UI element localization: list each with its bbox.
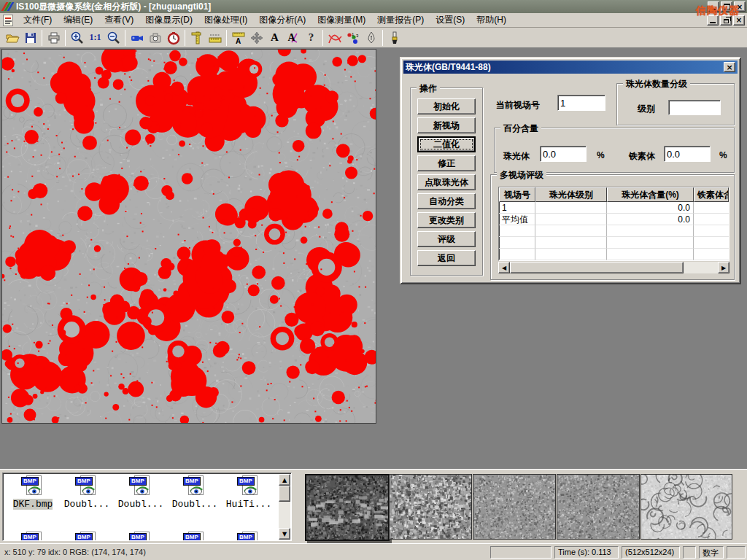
file-name[interactable]: Doubl... xyxy=(114,499,168,510)
table-row[interactable] xyxy=(499,237,729,249)
status-bar: x: 510 y: 79 idx: 0 RGB: (174, 174, 174)… xyxy=(0,543,747,560)
file-name[interactable]: Doubl... xyxy=(168,499,222,510)
vendor-watermark: 信陶仪器 xyxy=(696,4,740,18)
grading-table[interactable]: 视场号 珠光体级别 珠光体含量(%) 铁素体含量(%) 1 0.0 平均值 0.… xyxy=(498,187,729,261)
menu-image-display[interactable]: 图像显示(D) xyxy=(139,12,198,28)
status-panel-empty xyxy=(683,546,696,559)
menu-settings[interactable]: 设置(S) xyxy=(430,12,471,28)
document-icon[interactable] xyxy=(3,15,13,26)
scroll-left-icon[interactable]: ◀ xyxy=(498,262,510,273)
col-field-no[interactable]: 视场号 xyxy=(499,187,535,202)
initialize-button[interactable]: 初始化 xyxy=(417,98,476,114)
menu-file[interactable]: 文件(F) xyxy=(18,12,58,28)
file-item[interactable]: BMP DKF.bmp xyxy=(6,475,60,510)
dialog-close-icon[interactable]: × xyxy=(724,62,735,72)
file-item[interactable]: BMP xyxy=(168,532,222,541)
text-tool-icon[interactable]: A xyxy=(266,29,284,47)
return-button[interactable]: 返回 xyxy=(417,250,476,266)
ferrite-input[interactable] xyxy=(664,146,711,162)
metallographic-image[interactable] xyxy=(1,49,376,424)
stopwatch-icon[interactable] xyxy=(164,29,182,47)
file-item[interactable]: BMP xyxy=(6,532,60,541)
pen-nib-icon[interactable] xyxy=(362,29,380,47)
numbered-markers-icon[interactable]: 13 xyxy=(344,29,362,47)
brush-icon[interactable] xyxy=(385,29,403,47)
file-name-selected[interactable]: DKF.bmp xyxy=(13,499,53,510)
grade-group-label: 珠光体数量分级 xyxy=(623,78,690,90)
pearlite-dialog: 珠光体(GB/T9441-88) × 操作 初始化 新视场 二值化 修正 点取珠… xyxy=(400,57,741,284)
zoom-in-icon[interactable] xyxy=(68,29,86,47)
scroll-right-icon[interactable]: ▶ xyxy=(718,262,729,273)
pick-pearlite-button[interactable]: 点取珠光体 xyxy=(417,174,476,190)
binarize-button[interactable]: 二值化 xyxy=(417,136,476,152)
dialog-title-bar[interactable]: 珠光体(GB/T9441-88) × xyxy=(403,61,738,74)
menu-image-processing[interactable]: 图像处理(I) xyxy=(198,12,253,28)
menu-image-measure[interactable]: 图像测量(M) xyxy=(311,12,371,28)
file-item[interactable]: BMP xyxy=(60,532,114,541)
ferrite-label: 铁素体 xyxy=(629,150,655,163)
open-folder-icon[interactable] xyxy=(3,29,21,47)
col-ferrite-content[interactable]: 铁素体含量(%) xyxy=(694,187,729,202)
video-camera-icon[interactable] xyxy=(128,29,146,47)
table-row[interactable]: 1 0.0 xyxy=(499,202,729,214)
table-row[interactable]: 平均值 0.0 xyxy=(499,214,729,225)
help-icon[interactable]: ? xyxy=(302,29,320,47)
zoom-out-icon[interactable] xyxy=(104,29,123,47)
menu-edit[interactable]: 编辑(E) xyxy=(58,12,98,28)
bmp-file-icon: BMP xyxy=(74,475,99,497)
file-listbox[interactable]: BMP DKF.bmp BMP Doubl... BMP Doubl... BM… xyxy=(2,472,292,541)
file-name[interactable]: HuiTi... xyxy=(222,499,276,510)
caliper-text-icon[interactable]: A xyxy=(229,29,247,47)
file-item[interactable]: BMP Doubl... xyxy=(168,475,222,510)
change-class-button[interactable]: 更改类别 xyxy=(417,212,476,228)
print-icon[interactable] xyxy=(44,29,63,47)
move-cross-icon[interactable] xyxy=(247,29,266,47)
correct-button[interactable]: 修正 xyxy=(417,155,476,171)
annotate-text-icon[interactable]: A xyxy=(284,29,302,47)
file-item[interactable]: BMP Doubl... xyxy=(60,475,114,510)
file-list-scrollbar[interactable]: ▲ ▼ xyxy=(279,474,290,540)
caliper-vertical-icon[interactable] xyxy=(187,29,206,47)
menu-help[interactable]: 帮助(H) xyxy=(471,12,512,28)
col-pearlite-grade[interactable]: 珠光体级别 xyxy=(535,187,607,202)
thumbnail-3[interactable] xyxy=(473,474,556,540)
current-field-input[interactable] xyxy=(557,95,605,111)
file-item[interactable]: BMP xyxy=(114,532,168,541)
cell: 平均值 xyxy=(499,214,535,225)
curve-tool-icon[interactable] xyxy=(325,29,344,47)
scrollbar-thumb[interactable] xyxy=(510,262,684,273)
percent-group-label: 百分含量 xyxy=(500,122,541,135)
table-horizontal-scrollbar[interactable]: ◀ ▶ xyxy=(498,262,729,273)
title-bar[interactable]: IS100显微摄像系统(金相分析版) - [zhuguangti01] × xyxy=(0,0,747,13)
scroll-up-icon[interactable]: ▲ xyxy=(279,474,290,486)
actual-size-icon[interactable]: 1:1 xyxy=(86,29,104,47)
level-input[interactable] xyxy=(668,100,721,115)
auto-classify-button[interactable]: 自动分类 xyxy=(417,193,476,209)
save-icon[interactable] xyxy=(21,29,39,47)
file-item[interactable]: BMP Doubl... xyxy=(114,475,168,510)
menu-view[interactable]: 查看(V) xyxy=(98,12,139,28)
file-item[interactable]: BMP HuiTi... xyxy=(222,475,276,510)
grade-button[interactable]: 评级 xyxy=(417,231,476,247)
camera-icon[interactable] xyxy=(146,29,164,47)
scroll-down-icon[interactable]: ▼ xyxy=(279,528,290,540)
ferrite-unit: % xyxy=(719,150,727,160)
file-item[interactable]: BMP xyxy=(222,532,276,541)
table-row[interactable] xyxy=(499,249,729,260)
col-pearlite-content[interactable]: 珠光体含量(%) xyxy=(607,187,694,202)
menu-image-analysis[interactable]: 图像分析(A) xyxy=(253,12,311,28)
thumbnail-1[interactable] xyxy=(305,474,390,541)
thumbnail-5[interactable] xyxy=(640,474,732,540)
ruler-horizontal-icon[interactable] xyxy=(206,29,224,47)
scrollbar-thumb[interactable] xyxy=(279,486,290,502)
cell xyxy=(535,214,607,225)
file-name[interactable]: Doubl... xyxy=(60,499,114,510)
thumbnail-4[interactable] xyxy=(557,474,640,540)
status-image-size: (512x512x24) xyxy=(622,546,680,559)
menu-measure-report[interactable]: 测量报告(P) xyxy=(371,12,430,28)
thumbnail-2[interactable] xyxy=(389,474,472,540)
pearlite-input[interactable] xyxy=(540,146,587,162)
bmp-file-icon: BMP xyxy=(236,475,261,497)
table-row[interactable] xyxy=(499,225,729,237)
new-field-button[interactable]: 新视场 xyxy=(417,117,476,133)
